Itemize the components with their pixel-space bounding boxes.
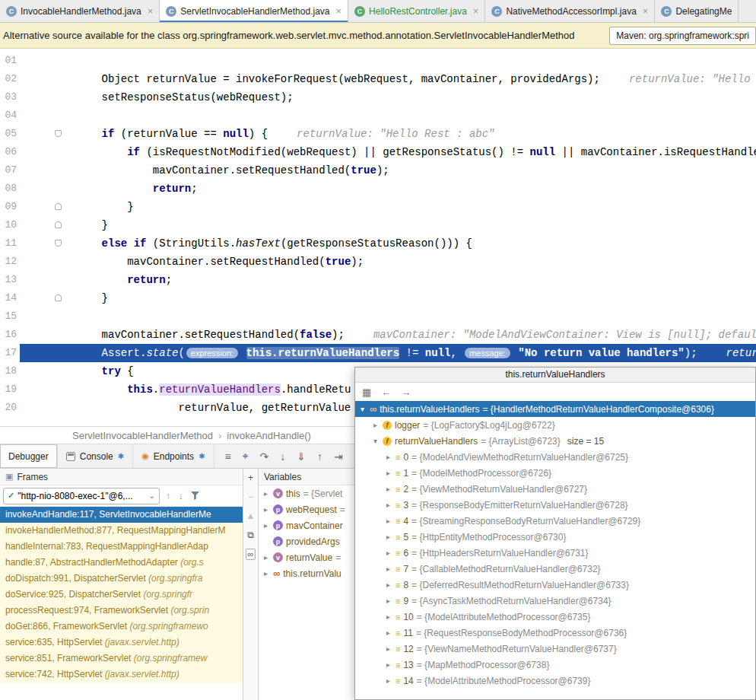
value-tree-row[interactable]: ▸≡3 = {ResponseBodyEmitterReturnValueHan…	[355, 497, 755, 513]
line-number[interactable]: 03	[0, 88, 20, 107]
add-watch-icon[interactable]: +	[248, 473, 253, 483]
alternative-source-dropdown[interactable]: Maven: org.springframework:spri	[609, 27, 756, 45]
chevron-right-icon[interactable]: ▸	[384, 533, 392, 541]
chevron-right-icon[interactable]: ▸	[262, 505, 270, 514]
stack-frame-row[interactable]: service:742, HttpServlet (javax.servlet.…	[0, 667, 243, 682]
line-number[interactable]: 17	[0, 344, 20, 362]
close-tab-icon[interactable]: ×	[148, 5, 154, 17]
tool-tab-console[interactable]: Console✱	[58, 444, 133, 468]
line-number[interactable]: 10	[0, 216, 20, 234]
breadcrumb-item[interactable]: invokeAndHandle()	[227, 430, 311, 441]
chevron-right-icon[interactable]: ▸	[384, 517, 392, 525]
chevron-down-icon[interactable]: ▾	[358, 405, 367, 413]
line-number[interactable]: 16	[0, 326, 20, 344]
code-line[interactable]: 04	[0, 107, 756, 125]
previous-frame-icon[interactable]: ↑	[166, 490, 171, 501]
back-icon[interactable]: ←	[381, 387, 391, 398]
value-tree-row[interactable]: ▸≡0 = {ModelAndViewMethodReturnValueHand…	[355, 449, 755, 465]
chevron-down-icon[interactable]: ▾	[371, 437, 380, 445]
chevron-right-icon[interactable]: ▸	[384, 676, 392, 685]
line-number[interactable]: 15	[0, 307, 20, 326]
code-line[interactable]: 14 }	[0, 289, 756, 307]
code-line[interactable]: 09 }	[0, 198, 756, 216]
value-tree-row[interactable]: ▸≡1 = {ModelMethodProcessor@6726}	[355, 465, 755, 481]
fold-marker-icon[interactable]	[55, 203, 62, 210]
next-frame-icon[interactable]: ↓	[179, 490, 184, 501]
fold-marker-icon[interactable]	[55, 294, 62, 301]
code-line[interactable]: 01	[0, 52, 756, 70]
stack-frame-row[interactable]: service:635, HttpServlet (javax.servlet.…	[0, 635, 243, 651]
value-tree-row[interactable]: ▸flogger = {LogFactory$Log4jLog@6722}	[355, 417, 755, 433]
value-tree-row[interactable]: ▸≡2 = {ViewMethodReturnValueHandler@6727…	[355, 481, 755, 497]
line-number[interactable]: 19	[0, 380, 20, 399]
chevron-right-icon[interactable]: ▸	[384, 565, 392, 573]
forward-icon[interactable]: →	[401, 387, 411, 398]
value-tree-row[interactable]: ▸≡12 = {ViewNameMethodReturnValueHandler…	[355, 641, 755, 657]
stack-frame-row[interactable]: handle:87, AbstractHandlerMethodAdapter …	[0, 555, 243, 571]
chevron-right-icon[interactable]: ▸	[384, 501, 392, 509]
chevron-right-icon[interactable]: ▸	[384, 549, 392, 557]
code-line[interactable]: 16 mavContainer.setRequestHandled(false)…	[0, 326, 756, 344]
chevron-right-icon[interactable]: ▸	[384, 453, 392, 461]
code-line[interactable]: 02 Object returnValue = invokeForRequest…	[0, 70, 756, 88]
editor-tab[interactable]: CNativeMethodAccessorImpl.java×	[485, 0, 655, 22]
code-line[interactable]: 11 else if (StringUtils.hasText(getRespo…	[0, 234, 756, 253]
code-line[interactable]: 08 return;	[0, 180, 756, 198]
line-number[interactable]: 12	[0, 253, 20, 271]
value-tree-row[interactable]: ▸≡8 = {DeferredResultMethodReturnValueHa…	[355, 577, 755, 593]
line-number[interactable]: 13	[0, 271, 20, 289]
stack-frame-row[interactable]: doDispatch:991, DispatcherServlet (org.s…	[0, 571, 243, 587]
chevron-right-icon[interactable]: ▸	[384, 469, 392, 477]
value-tree-row[interactable]: ▸≡9 = {AsyncTaskMethodReturnValueHandler…	[355, 593, 755, 609]
chevron-right-icon[interactable]: ▸	[262, 521, 270, 530]
code-line[interactable]: 13 return;	[0, 271, 756, 289]
editor-tab[interactable]: CInvocableHandlerMethod.java×	[0, 0, 160, 22]
stack-frame-row[interactable]: invokeAndHandle:117, ServletInvocableHan…	[0, 507, 243, 523]
code-line[interactable]: 10 }	[0, 216, 756, 234]
line-number[interactable]: 01	[0, 52, 20, 70]
chevron-right-icon[interactable]: ▸	[384, 485, 392, 493]
chevron-right-icon[interactable]: ▸	[384, 644, 392, 653]
fold-marker-icon[interactable]	[55, 130, 62, 137]
code-line[interactable]: 03 setResponseStatus(webRequest);	[0, 88, 756, 107]
step-into-icon[interactable]: ↓	[280, 450, 285, 463]
stack-frame-row[interactable]: processRequest:974, FrameworkServlet (or…	[0, 603, 243, 619]
value-tree-row[interactable]: ▸≡5 = {HttpEntityMethodProcessor@6730}	[355, 529, 755, 545]
show-watches-icon[interactable]: ∞	[246, 549, 256, 560]
line-number[interactable]: 14	[0, 289, 20, 307]
line-number[interactable]: 06	[0, 143, 20, 161]
line-number[interactable]: 11	[0, 234, 20, 253]
line-number[interactable]: 05	[0, 125, 20, 143]
fold-marker-icon[interactable]	[55, 221, 62, 228]
value-tree-row[interactable]: ▸≡10 = {ModelAttributeMethodProcessor@67…	[355, 609, 755, 625]
line-number[interactable]: 04	[0, 107, 20, 125]
chevron-right-icon[interactable]: ▸	[384, 628, 392, 637]
chevron-right-icon[interactable]: ▸	[371, 421, 380, 429]
line-number[interactable]: 07	[0, 161, 20, 180]
code-line[interactable]: 07 mavContainer.setRequestHandled(true);	[0, 161, 756, 180]
code-line[interactable]: 15	[0, 307, 756, 326]
close-tab-icon[interactable]: ×	[473, 5, 479, 17]
copy-value-icon[interactable]: ⧉	[247, 530, 254, 540]
breadcrumb-item[interactable]: ServletInvocableHandlerMethod	[72, 430, 213, 441]
stack-frame-row[interactable]: doGet:866, FrameworkServlet (org.springf…	[0, 619, 243, 635]
code-line[interactable]: 06 if (isRequestNotModified(webRequest) …	[0, 143, 756, 161]
line-number[interactable]: 02	[0, 70, 20, 88]
tool-tab-endpoints[interactable]: ◉Endpoints✱	[133, 444, 214, 468]
stack-frame-row[interactable]: service:851, FrameworkServlet (org.sprin…	[0, 651, 243, 667]
chevron-right-icon[interactable]: ▸	[384, 581, 392, 589]
close-tab-icon[interactable]: ×	[643, 5, 649, 17]
line-number[interactable]: 08	[0, 180, 20, 198]
value-tree-row[interactable]: ▸≡11 = {RequestResponseBodyMethodProcess…	[355, 625, 755, 641]
value-tree-row[interactable]: ▾freturnValueHandlers = {ArrayList@6723}…	[355, 433, 755, 449]
editor-tab[interactable]: CDelegatingMe	[655, 0, 739, 22]
run-to-cursor-icon[interactable]: ⇥	[334, 450, 343, 463]
editor-tab[interactable]: CServletInvocableHandlerMethod.java×	[160, 0, 348, 22]
close-tab-icon[interactable]: ×	[335, 5, 341, 17]
value-tree-row[interactable]: ▸≡4 = {StreamingResponseBodyReturnValueH…	[355, 513, 755, 529]
chevron-right-icon[interactable]: ▸	[384, 597, 392, 605]
value-tree-row[interactable]: ▸≡13 = {MapMethodProcessor@6738}	[355, 657, 755, 673]
popup-title[interactable]: this.returnValueHandlers	[355, 368, 755, 383]
line-number[interactable]: 09	[0, 198, 20, 216]
layout-settings-icon[interactable]: ≡	[225, 450, 231, 463]
